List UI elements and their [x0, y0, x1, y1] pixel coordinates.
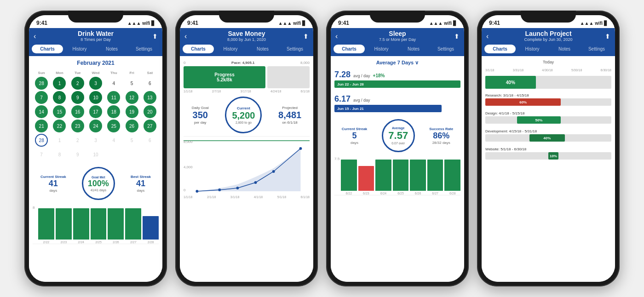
current-streak-label: Current Streak — [342, 127, 368, 131]
back-button[interactable]: ‹ — [34, 32, 36, 40]
tab-charts[interactable]: Charts — [484, 45, 516, 53]
best-streak-sub: days — [131, 188, 151, 193]
tab-notes[interactable]: Notes — [247, 45, 278, 53]
svg-point-4 — [196, 190, 198, 193]
success-label: Success Rate — [429, 127, 453, 131]
battery-icon: ▊ — [151, 21, 155, 26]
tab-history[interactable]: History — [64, 45, 95, 53]
bar-col: 7.5 6/28 — [444, 156, 460, 195]
cal-day[interactable]: 12 — [126, 91, 138, 104]
cal-day[interactable]: 27 — [144, 120, 156, 132]
cal-day[interactable]: 25 — [107, 120, 120, 132]
main-progress-fill: 40% — [485, 76, 536, 89]
task-website: Website: 5/1/18 - 6/30/18 10% — [485, 147, 611, 160]
content-area: Average 7 Days ∨ 7.28 avg / day +18% Jun… — [331, 56, 464, 282]
cal-day[interactable]: 2 — [71, 77, 84, 90]
tab-settings[interactable]: Settings — [279, 45, 310, 53]
cal-day-today[interactable]: 28 — [35, 134, 48, 147]
cal-day[interactable]: 21 — [35, 120, 48, 132]
bar-rect — [410, 160, 426, 191]
back-button[interactable]: ‹ — [486, 32, 489, 40]
battery-icon: ▊ — [604, 21, 608, 26]
bar-rect — [56, 208, 72, 240]
cal-day: 5 — [126, 134, 138, 147]
bar-col: 8 2/24 — [73, 205, 89, 244]
svg-text:4,000: 4,000 — [184, 165, 193, 169]
line-chart-svg: 8,000 4,000 0 — [184, 138, 310, 194]
best-streak-label: Best Streak — [131, 175, 151, 179]
cal-day[interactable]: 15 — [53, 105, 66, 118]
tab-notes[interactable]: Notes — [96, 45, 127, 53]
tab-notes[interactable]: Notes — [549, 45, 580, 53]
cal-day[interactable]: 10 — [89, 91, 102, 104]
cal-day[interactable]: 13 — [144, 91, 156, 104]
bar-rect — [375, 160, 391, 191]
share-button[interactable]: ⬆ — [605, 33, 610, 40]
cal-day[interactable]: 4 — [107, 77, 120, 90]
cal-day[interactable]: 17 — [89, 105, 102, 118]
tab-notes[interactable]: Notes — [398, 45, 429, 53]
cal-day[interactable]: 3 — [89, 77, 102, 90]
cal-day[interactable]: 5 — [126, 77, 138, 90]
app-title: Sleep — [345, 30, 450, 37]
back-button[interactable]: ‹ — [335, 32, 338, 40]
tab-charts[interactable]: Charts — [183, 45, 214, 53]
tab-bar: Charts History Notes Settings — [482, 45, 615, 56]
tab-settings[interactable]: Settings — [430, 45, 461, 53]
daily-goal-label: Daily Goal — [192, 106, 209, 110]
cal-day[interactable]: 14 — [35, 105, 48, 118]
cal-day[interactable]: 20 — [144, 105, 156, 118]
cal-day[interactable]: 11 — [107, 91, 120, 104]
cal-day[interactable]: 28 — [35, 77, 48, 90]
app-subtitle: 7.5 or More per Day — [345, 37, 450, 42]
cal-day[interactable]: 16 — [71, 105, 84, 118]
goal-met-pct: 100% — [88, 179, 109, 188]
cal-day[interactable]: 8 — [53, 91, 66, 104]
bar-rect — [143, 216, 159, 240]
main-progress-label: 40% — [506, 80, 515, 85]
task-dev-bar: 40% — [485, 134, 611, 142]
current-streak-stat: Current Streak 5 days — [342, 127, 368, 145]
task-website-label: Website: 5/1/18 - 6/30/18 — [485, 147, 611, 151]
cal-header-wed: Wed — [87, 70, 104, 76]
notch — [219, 11, 274, 23]
tab-history[interactable]: History — [517, 45, 548, 53]
line-chart-axis: 1/1/18 2/1/18 3/1/18 4/1/18 5/1/18 6/1/1… — [184, 195, 310, 199]
bar-col: 7.5 6/27 — [427, 156, 443, 195]
period2-label: Jun 15 - Jun 21 — [337, 107, 364, 111]
cal-day[interactable]: 19 — [126, 105, 138, 118]
app-header: ‹ Launch Project Complete by Jun 30, 202… — [482, 28, 615, 45]
svg-text:8,000: 8,000 — [184, 140, 193, 144]
tab-history[interactable]: History — [215, 45, 246, 53]
cal-day[interactable]: 26 — [126, 120, 138, 132]
tab-settings[interactable]: Settings — [128, 45, 160, 53]
tab-history[interactable]: History — [366, 45, 397, 53]
cal-day[interactable]: 7 — [35, 91, 48, 104]
cal-day[interactable]: 9 — [71, 91, 84, 104]
cal-day[interactable]: 22 — [53, 120, 66, 132]
average-header[interactable]: Average 7 Days ∨ — [334, 60, 460, 66]
svg-point-7 — [254, 181, 257, 184]
task-design-label: Design: 4/1/18 - 5/15/18 — [485, 111, 611, 115]
back-button[interactable]: ‹ — [184, 32, 187, 40]
gantt-axis: 3/1/18 3/31/18 4/30/18 5/30/18 6/30/18 — [485, 69, 611, 72]
current-value: 5,200 — [232, 110, 255, 121]
cal-day[interactable]: 6 — [144, 77, 156, 90]
share-button[interactable]: ⬆ — [303, 33, 309, 40]
cal-day: 7 — [35, 148, 48, 161]
avg-label: Average — [392, 126, 404, 130]
share-button[interactable]: ⬆ — [454, 33, 460, 40]
share-button[interactable]: ⬆ — [152, 33, 158, 40]
cal-day[interactable]: 24 — [89, 120, 102, 132]
projected-label: Projected — [278, 106, 301, 110]
tab-charts[interactable]: Charts — [32, 45, 63, 53]
cal-day: 1 — [53, 134, 66, 147]
tab-charts[interactable]: Charts — [334, 45, 365, 53]
cal-day[interactable]: 1 — [53, 77, 66, 90]
task-research-label: Research: 3/1/18 - 4/15/18 — [485, 93, 611, 97]
tab-settings[interactable]: Settings — [581, 45, 612, 53]
app-subtitle: Complete by Jun 30, 2020 — [495, 37, 601, 42]
cal-day[interactable]: 18 — [107, 105, 120, 118]
cal-day[interactable]: 23 — [71, 120, 84, 132]
app-header: ‹ Save Money 8,000 by Jun 1, 2020 ⬆ — [180, 28, 313, 45]
